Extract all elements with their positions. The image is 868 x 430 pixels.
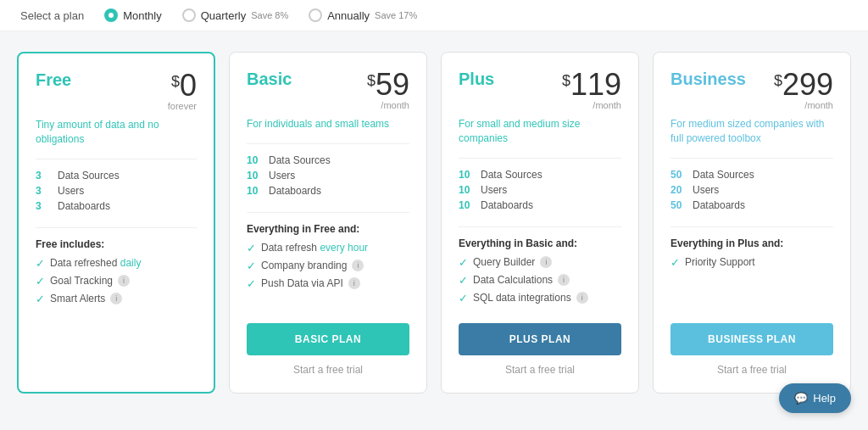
business-trial-link[interactable]: Start a free trial [670,364,833,376]
basic-feature-3: ✓ Push Data via API i [247,277,409,290]
monthly-radio[interactable] [104,8,118,22]
check-icon: ✓ [36,275,45,288]
free-count-row-3: 3 Databoards [36,200,197,212]
info-icon[interactable]: i [558,274,570,286]
basic-price: $59 [367,70,409,100]
plus-feature-3: ✓ SQL data integrations i [459,292,621,304]
info-icon[interactable]: i [576,292,588,304]
select-plan-label: Select a plan [20,9,84,22]
free-feature-3: ✓ Smart Alerts i [36,293,197,305]
plus-card-header: Plus $119 /month [459,70,621,110]
plus-feature-1: ✓ Query Builder i [459,256,621,269]
free-count-row-2: 3 Users [36,185,197,197]
top-bar: Select a plan Monthly Quarterly Save 8% … [0,0,868,31]
check-icon: ✓ [670,256,680,269]
plus-count-row-2: 10 Users [459,184,621,196]
business-plan-name: Business [670,70,746,89]
free-price: $0 [168,70,197,101]
check-icon: ✓ [36,293,45,305]
plus-plan-button[interactable]: PLUS PLAN [459,323,621,355]
plus-trial-link[interactable]: Start a free trial [459,364,621,376]
plus-counts: 10 Data Sources 10 Users 10 Databoards [459,169,621,215]
business-card-header: Business $299 /month [670,70,833,110]
annually-radio[interactable] [309,8,322,22]
plus-count-row-3: 10 Databoards [459,199,621,211]
basic-plan-name: Basic [247,70,292,89]
check-icon: ✓ [459,256,468,269]
business-counts: 50 Data Sources 20 Users 50 Databoards [670,169,833,215]
free-plan-card: Free $0 forever Tiny amount of data and … [17,52,215,394]
free-plan-name: Free [36,70,71,90]
free-includes-label: Free includes: [36,238,197,250]
check-icon: ✓ [247,277,256,290]
basic-count-row-3: 10 Databoards [247,185,409,197]
basic-feature-list: ✓ Data refresh every hour ✓ Company bran… [247,242,409,295]
basic-includes-label: Everything in Free and: [247,223,409,235]
business-count-row-2: 20 Users [670,184,833,196]
plans-container: Free $0 forever Tiny amount of data and … [0,31,868,414]
quarterly-option[interactable]: Quarterly Save 8% [182,8,289,22]
business-feature-list: ✓ Priority Support [670,256,833,274]
free-feature-2: ✓ Goal Tracking i [36,275,197,288]
business-count-row-1: 50 Data Sources [670,169,833,181]
plus-desc: For small and medium size companies [459,117,621,146]
help-button[interactable]: 💬 Help [779,383,851,413]
plus-price-block: $119 /month [562,70,621,110]
help-icon: 💬 [794,392,808,405]
basic-feature-2: ✓ Company branding i [247,260,409,272]
quarterly-radio[interactable] [182,8,196,22]
basic-feature-1: ✓ Data refresh every hour [247,242,409,254]
basic-trial-link[interactable]: Start a free trial [247,364,409,376]
business-plan-button[interactable]: BUSINESS PLAN [670,323,833,355]
business-feature-1: ✓ Priority Support [670,256,833,269]
free-period: forever [168,101,197,111]
info-icon[interactable]: i [540,256,552,268]
check-icon: ✓ [36,257,45,270]
basic-plan-button[interactable]: BASIC PLAN [247,323,409,355]
basic-counts: 10 Data Sources 10 Users 10 Databoards [247,154,409,200]
plus-feature-2: ✓ Data Calculations i [459,274,621,287]
monthly-label: Monthly [123,9,162,22]
check-icon: ✓ [459,292,468,304]
plus-feature-list: ✓ Query Builder i ✓ Data Calculations i … [459,256,621,310]
annually-option[interactable]: Annually Save 17% [309,8,417,22]
plus-includes-label: Everything in Basic and: [459,237,621,249]
free-counts: 3 Data Sources 3 Users 3 Databoards [36,170,197,215]
monthly-option[interactable]: Monthly [104,8,162,22]
free-desc: Tiny amount of data and no obligations [36,118,197,147]
annually-save: Save 17% [375,10,417,20]
basic-plan-card: Basic $59 /month For individuals and sma… [229,52,427,394]
business-plan-card: Business $299 /month For medium sized co… [653,52,851,394]
check-icon: ✓ [247,260,256,272]
help-label: Help [813,392,836,405]
basic-count-row-1: 10 Data Sources [247,154,409,166]
info-icon[interactable]: i [118,275,130,287]
business-count-row-3: 50 Databoards [670,199,833,211]
business-price: $299 [774,70,833,100]
plus-count-row-1: 10 Data Sources [459,169,621,181]
free-card-header: Free $0 forever [36,70,197,111]
plus-price: $119 [562,70,621,100]
annually-label: Annually [327,9,370,22]
info-icon[interactable]: i [348,277,360,289]
info-icon[interactable]: i [110,293,122,304]
business-price-block: $299 /month [774,70,833,110]
info-icon[interactable]: i [352,260,364,271]
check-icon: ✓ [247,242,256,254]
basic-desc: For individuals and small teams [247,117,409,131]
check-icon: ✓ [459,274,468,287]
business-desc: For medium sized companies with full pow… [670,117,833,146]
plus-plan-card: Plus $119 /month For small and medium si… [441,52,639,394]
free-feature-list: ✓ Data refreshed daily ✓ Goal Tracking i… [36,257,197,310]
basic-count-row-2: 10 Users [247,170,409,181]
business-includes-label: Everything in Plus and: [670,237,833,249]
plus-plan-name: Plus [459,70,494,89]
free-feature-1: ✓ Data refreshed daily [36,257,197,270]
basic-period: /month [367,100,409,110]
free-count-row-1: 3 Data Sources [36,170,197,181]
basic-price-block: $59 /month [367,70,409,110]
basic-card-header: Basic $59 /month [247,70,409,110]
quarterly-save: Save 8% [251,10,288,20]
free-price-block: $0 forever [168,70,197,111]
quarterly-label: Quarterly [201,9,246,22]
